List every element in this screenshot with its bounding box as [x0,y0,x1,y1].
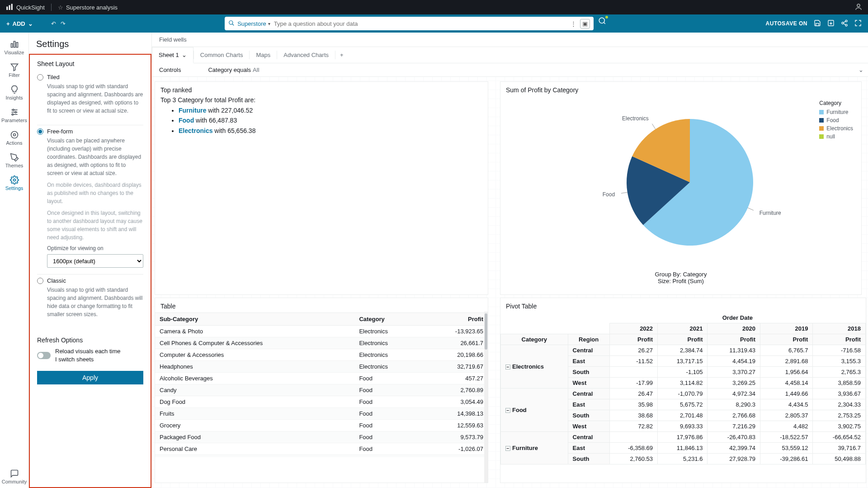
table-row[interactable]: CandyFood2,760.89 [155,384,488,396]
collapse-icon[interactable]: − [505,408,510,413]
tab-sheet1[interactable]: Sheet 1⌄ [152,47,193,63]
pivot-col-header[interactable]: Region [568,334,609,345]
rail-actions[interactable]: Actions [0,127,28,149]
table-header[interactable]: Profit [422,313,488,326]
filter-name[interactable]: Category equals [208,66,251,73]
ask-data-search[interactable]: Superstore ▾ ⋮ ▣ [225,17,594,30]
pivot-profit-header[interactable]: Profit [609,334,657,345]
table-row[interactable]: Computer & AccessoriesElectronics20,198.… [155,349,488,361]
search-input[interactable] [274,20,571,27]
visual-topranked[interactable]: Top ranked Top 3 Category for total Prof… [155,81,488,295]
table-row[interactable]: Cell Phones & Computer & AccessoriesElec… [155,337,488,349]
star-icon[interactable]: ☆ [58,4,63,11]
table-row[interactable]: HeadphonesElectronics32,719.67 [155,361,488,373]
rail-settings[interactable]: Settings [0,172,28,194]
pivot-region-cell[interactable]: South [568,367,609,378]
table-row[interactable]: Camera & PhotoElectronics-13,923.65 [155,326,488,337]
controls-label[interactable]: Controls [154,66,186,73]
pivot-year-header[interactable]: 2018 [813,323,866,334]
apply-button[interactable]: Apply [37,371,143,384]
pivot-profit-header[interactable]: Profit [760,334,812,345]
table-row[interactable]: FruitsFood14,398.13 [155,408,488,420]
export-icon[interactable] [827,19,835,28]
field-wells-bar[interactable]: Field wells [152,33,868,47]
legend-item[interactable]: Food [819,117,853,123]
pivot-row[interactable]: −FurnitureCentral17,976.86-26,470.83-18,… [501,432,866,443]
pivot-year-header[interactable]: 2020 [708,323,760,334]
rail-filter[interactable]: Filter [0,59,28,81]
datasource-name[interactable]: Superstore [237,20,266,27]
pivot-profit-header[interactable]: Profit [813,334,866,345]
table-row[interactable]: Packaged FoodFood9,573.79 [155,431,488,443]
add-sheet-button[interactable]: + [335,47,348,63]
pivot-region-cell[interactable]: Central [568,432,609,443]
pivot-region-cell[interactable]: East [568,356,609,367]
pivot-region-cell[interactable]: West [568,378,609,389]
visual-pie[interactable]: Sum of Profit by Category FurnitureFoodE… [500,81,862,295]
undo-icon[interactable]: ↶ [51,20,56,27]
topranked-link[interactable]: Food [179,117,194,124]
pivot-region-cell[interactable]: Central [568,389,609,399]
tab-advanced-charts[interactable]: Advanced Charts [277,47,335,63]
table-header[interactable]: Sub-Category [155,313,354,326]
radio-tiled[interactable] [37,74,43,81]
autosave-status[interactable]: AUTOSAVE ON [766,20,807,27]
topranked-link[interactable]: Electronics [179,127,212,134]
redo-icon[interactable]: ↷ [61,20,66,27]
pivot-category-cell[interactable]: −Food [501,389,568,432]
pivot-year-header[interactable]: 2019 [760,323,812,334]
more-icon[interactable]: ⋮ [571,20,576,27]
pivot-year-header[interactable]: 2022 [609,323,657,334]
user-icon[interactable] [854,3,863,12]
pivot-region-cell[interactable]: Central [568,345,609,356]
visual-pivot[interactable]: Pivot Table Order Date202220212020201920… [500,298,866,483]
analysis-name[interactable]: Superstore analysis [66,4,118,11]
fullscreen-icon[interactable] [854,19,862,28]
optimize-select[interactable]: 1600px (default) [47,254,143,268]
pivot-col-header[interactable]: Category [501,334,568,345]
pivot-category-cell[interactable]: −Furniture [501,432,568,464]
tab-maps[interactable]: Maps [250,47,277,63]
radio-classic[interactable] [37,278,43,284]
pivot-row[interactable]: −ElectronicsCentral26.272,384.7411,319.4… [501,345,866,356]
pivot-region-cell[interactable]: South [568,454,609,464]
q-icon[interactable] [598,17,606,30]
legend-item[interactable]: Electronics [819,125,853,132]
pin-icon[interactable]: ▣ [580,19,590,28]
chevron-down-icon[interactable]: ▾ [268,21,270,26]
chevron-down-icon[interactable]: ⌄ [859,66,863,73]
reload-toggle[interactable] [37,352,51,359]
canvas[interactable]: Top ranked Top 3 Category for total Prof… [152,77,868,488]
radio-freeform[interactable] [37,128,43,135]
radio-freeform-label[interactable]: Free-form [47,128,73,135]
table-row[interactable]: Alcoholic BeveragesFood457.27 [155,373,488,384]
pivot-profit-header[interactable]: Profit [708,334,760,345]
legend-item[interactable]: Furniture [819,109,853,115]
legend-item[interactable]: null [819,133,853,140]
add-button[interactable]: + ADD ⌄ [6,20,33,27]
pivot-year-header[interactable]: 2021 [658,323,708,334]
table-row[interactable]: Personal CareFood-1,026.07 [155,443,488,455]
pivot-category-cell[interactable]: −Electronics [501,345,568,389]
table-row[interactable]: SeafoodFood2,901.98 [155,455,488,458]
share-icon[interactable] [841,19,848,28]
rail-parameters[interactable]: Parameters [0,104,28,127]
pivot-region-cell[interactable]: East [568,399,609,410]
scrollbar[interactable] [484,312,488,483]
rail-community[interactable]: Community [0,465,28,488]
pivot-row[interactable]: −FoodCentral26.47-1,070.794,972.341,449.… [501,389,866,399]
pivot-region-cell[interactable]: West [568,421,609,432]
chevron-down-icon[interactable]: ⌄ [182,52,187,58]
pivot-region-cell[interactable]: East [568,443,609,454]
rail-visualize[interactable]: Visualize [0,36,28,59]
table-header[interactable]: Category [354,313,422,326]
collapse-icon[interactable]: − [505,365,510,370]
table-row[interactable]: Dog FoodFood3,054.49 [155,396,488,408]
radio-tiled-label[interactable]: Tiled [47,74,60,81]
save-icon[interactable] [814,19,821,28]
filter-value[interactable]: All [253,66,259,73]
pivot-profit-header[interactable]: Profit [658,334,708,345]
visual-table[interactable]: Table Sub-CategoryCategoryProfit Camera … [155,298,488,483]
collapse-icon[interactable]: − [505,446,510,451]
topranked-link[interactable]: Furniture [179,107,206,114]
